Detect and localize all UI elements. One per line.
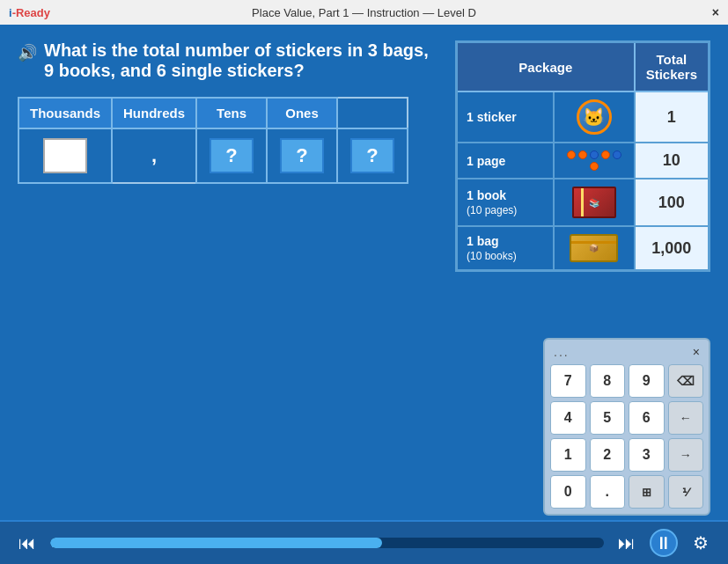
calc-menu-icon[interactable]: ... <box>554 345 570 359</box>
tens-input[interactable]: ? <box>280 138 324 173</box>
sticker-count-3: 100 <box>635 179 710 226</box>
dot <box>613 150 621 159</box>
thousands-input[interactable] <box>43 138 87 173</box>
calc-btn-1[interactable]: 1 <box>550 438 586 472</box>
calculator: ... × 7 8 9 ⌫ 4 5 6 ← 1 2 3 → 0 . ⊞ ⅟ <box>543 338 710 516</box>
skip-back-button[interactable]: ⏮ <box>13 529 41 557</box>
main-content: 🔊 What is the total number of stickers i… <box>0 25 728 281</box>
bag-sticker-icon: 📦 <box>570 234 618 262</box>
calc-btn-0[interactable]: 0 <box>550 475 586 509</box>
col-header-ones: Ones <box>267 98 337 128</box>
calc-btn-4[interactable]: 4 <box>550 401 586 435</box>
progress-bar-container <box>50 538 604 548</box>
hundreds-input[interactable]: ? <box>210 138 254 173</box>
table-row: 1 page 10 <box>457 143 710 179</box>
question-text: What is the total number of stickers in … <box>44 40 439 81</box>
calc-btn-right-arrow[interactable]: → <box>668 438 704 472</box>
calc-btn-2[interactable]: 2 <box>590 438 626 472</box>
ones-input[interactable]: ? <box>350 138 394 173</box>
calc-btn-backspace[interactable]: ⌫ <box>668 364 704 398</box>
calc-grid: 7 8 9 ⌫ 4 5 6 ← 1 2 3 → 0 . ⊞ ⅟ <box>550 364 703 509</box>
total-stickers-header: Total Stickers <box>635 42 710 92</box>
tens-cell: ? <box>267 128 337 183</box>
dot <box>601 150 610 159</box>
hundreds-cell: ? <box>196 128 267 183</box>
calc-btn-grid[interactable]: ⊞ <box>629 475 665 509</box>
dots-sticker-icon <box>563 150 625 171</box>
table-row: , ? ? ? <box>18 128 408 183</box>
question-container: 🔊 What is the total number of stickers i… <box>18 40 439 81</box>
bottom-bar: ⏮ ⏭ ⏸ ⚙ <box>0 520 728 564</box>
book-sticker-icon: 📚 <box>572 187 616 218</box>
left-section: 🔊 What is the total number of stickers i… <box>18 40 439 272</box>
app-logo: i-Ready <box>9 6 50 19</box>
sticker-icon-1: 🐱 <box>554 92 635 143</box>
sticker-label-1: 1 sticker <box>457 92 554 143</box>
calc-btn-9[interactable]: 9 <box>629 364 665 398</box>
calc-btn-5[interactable]: 5 <box>590 401 626 435</box>
place-value-table: Thousands Hundreds Tens Ones , ? <box>18 97 408 184</box>
package-header: Package <box>457 42 635 92</box>
calc-btn-7[interactable]: 7 <box>550 364 586 398</box>
sticker-label-4: 1 bag (10 books) <box>457 226 554 271</box>
settings-button[interactable]: ⚙ <box>687 529 715 557</box>
sticker-icon-4: 📦 <box>554 226 635 271</box>
ones-cell: ? <box>337 128 408 183</box>
top-bar: i-Ready Place Value, Part 1 — Instructio… <box>0 0 728 25</box>
table-row: 1 sticker 🐱 1 <box>457 92 710 143</box>
dot <box>567 150 576 159</box>
speaker-icon[interactable]: 🔊 <box>18 43 37 62</box>
calc-btn-6[interactable]: 6 <box>629 401 665 435</box>
sticker-count-1: 1 <box>635 92 710 143</box>
thousands-cell <box>18 128 112 183</box>
sticker-count-2: 10 <box>635 143 710 179</box>
col-header-hundreds: Hundreds <box>112 98 196 128</box>
calc-btn-3[interactable]: 3 <box>629 438 665 472</box>
dot <box>590 162 599 171</box>
sticker-icon-3: 📚 <box>554 179 635 226</box>
col-header-thousands: Thousands <box>18 98 112 128</box>
calc-btn-decimal[interactable]: . <box>590 475 626 509</box>
sticker-table: Package Total Stickers 1 sticker 🐱 1 1 p… <box>455 40 710 272</box>
dot <box>578 150 587 159</box>
close-button[interactable]: × <box>712 5 719 19</box>
skip-forward-button[interactable]: ⏭ <box>613 529 641 557</box>
calc-btn-8[interactable]: 8 <box>590 364 626 398</box>
sticker-label-2: 1 page <box>457 143 554 179</box>
dot <box>590 150 599 159</box>
hundreds-separator-cell: , <box>112 128 196 183</box>
sticker-reference-table: Package Total Stickers 1 sticker 🐱 1 1 p… <box>455 40 710 272</box>
table-row: 1 bag (10 books) 📦 1,000 <box>457 226 710 271</box>
pause-button[interactable]: ⏸ <box>650 529 678 557</box>
calc-btn-fraction[interactable]: ⅟ <box>668 475 704 509</box>
calc-close-button[interactable]: × <box>693 345 700 359</box>
sticker-icon-2 <box>554 143 635 179</box>
sticker-count-4: 1,000 <box>635 226 710 271</box>
bag-stripe <box>571 241 616 244</box>
sticker-label-3: 1 book (10 pages) <box>457 179 554 226</box>
page-title: Place Value, Part 1 — Instruction — Leve… <box>252 6 476 19</box>
cat-sticker-icon: 🐱 <box>577 99 612 135</box>
calc-btn-left-arrow[interactable]: ← <box>668 401 704 435</box>
table-row: 1 book (10 pages) 📚 100 <box>457 179 710 226</box>
calc-top-bar: ... × <box>550 345 703 359</box>
col-header-tens: Tens <box>196 98 267 128</box>
progress-bar-fill <box>50 538 382 548</box>
